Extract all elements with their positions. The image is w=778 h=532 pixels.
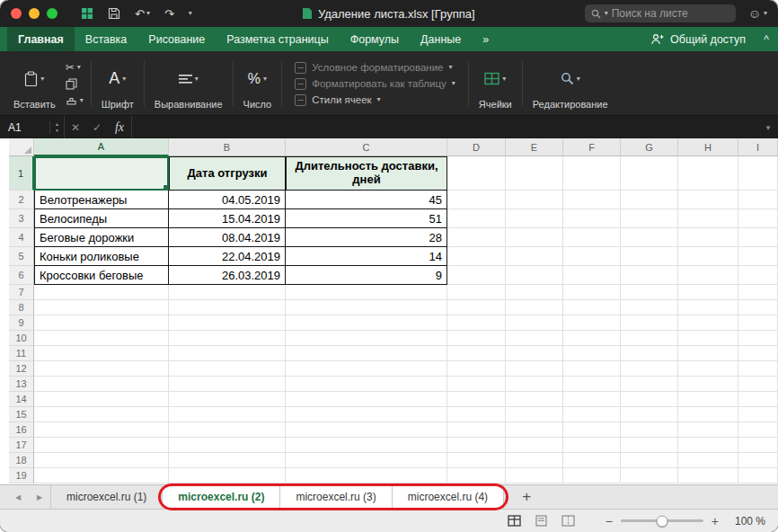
confirm-entry-icon[interactable]: ✓ (86, 116, 108, 138)
row-header-16[interactable]: 16 (9, 422, 34, 438)
cell-E16[interactable] (506, 422, 563, 438)
zoom-out-button[interactable]: − (606, 515, 613, 528)
cell-B15[interactable] (169, 407, 286, 422)
cell-A1[interactable] (34, 156, 169, 191)
cell-D10[interactable] (447, 331, 506, 346)
cell-A6[interactable]: Кроссовки беговые (34, 266, 169, 285)
format-painter-button[interactable]: ▾ (66, 94, 84, 106)
cell-D5[interactable] (447, 247, 506, 266)
cell-E18[interactable] (506, 453, 563, 468)
cell-A10[interactable] (34, 331, 169, 346)
cell-B8[interactable] (169, 300, 286, 315)
share-button[interactable]: Общий доступ (641, 27, 755, 51)
ribbon-tab-formulas[interactable]: Формулы (340, 27, 410, 51)
cell-B5[interactable]: 22.04.2019 (169, 247, 286, 266)
cell-C14[interactable] (286, 392, 447, 407)
cell-F18[interactable] (563, 453, 621, 468)
cell-C11[interactable] (286, 346, 447, 361)
cell-A19[interactable] (34, 468, 169, 483)
zoom-level[interactable]: 100 % (728, 515, 765, 528)
collapse-ribbon-icon[interactable]: ^ (755, 27, 778, 51)
cell-D4[interactable] (447, 228, 506, 247)
save-icon[interactable] (108, 7, 120, 20)
alignment-menu-button[interactable]: ▾ Выравнивание (148, 54, 229, 113)
cell-C17[interactable] (286, 438, 447, 453)
sheet-tab-3[interactable]: microexcel.ru (3) (280, 485, 392, 509)
cell-F15[interactable] (563, 407, 621, 422)
cell-E7[interactable] (506, 285, 563, 300)
cell-I18[interactable] (738, 453, 778, 468)
cell-F4[interactable] (563, 228, 621, 247)
column-header-D[interactable]: D (447, 138, 506, 156)
column-header-H[interactable]: H (678, 138, 738, 156)
cell-E2[interactable] (506, 191, 563, 209)
cell-F10[interactable] (563, 331, 621, 346)
cell-E10[interactable] (506, 331, 563, 346)
cell-A8[interactable] (34, 300, 169, 315)
cell-E15[interactable] (506, 407, 563, 422)
cell-I7[interactable] (738, 285, 778, 300)
column-header-C[interactable]: C (286, 138, 447, 156)
cell-C7[interactable] (286, 285, 447, 300)
row-header-6[interactable]: 6 (9, 266, 34, 285)
ribbon-tab-home[interactable]: Главная (7, 27, 75, 51)
cell-G8[interactable] (621, 300, 678, 315)
cell-G11[interactable] (621, 346, 678, 361)
cell-D6[interactable] (447, 266, 506, 285)
cell-G10[interactable] (621, 331, 678, 346)
conditional-formatting-button[interactable]: Условное форматирование ▾ (295, 62, 455, 74)
cell-B18[interactable] (169, 453, 286, 468)
row-header-8[interactable]: 8 (9, 300, 34, 315)
cell-A2[interactable]: Велотренажеры (34, 191, 169, 209)
cell-D12[interactable] (447, 361, 506, 377)
cell-B14[interactable] (169, 392, 286, 407)
cell-H3[interactable] (678, 209, 738, 228)
cell-F3[interactable] (563, 209, 621, 228)
cell-B11[interactable] (169, 346, 286, 361)
sheet-nav-right-icon[interactable]: ▶ (29, 485, 50, 509)
cell-C15[interactable] (286, 407, 447, 422)
insert-function-icon[interactable]: fx (108, 116, 131, 138)
feedback-smiley-icon[interactable]: ☺▾ (748, 6, 767, 21)
editing-menu-button[interactable]: ▾ Редактирование (526, 54, 614, 113)
cell-G12[interactable] (621, 361, 678, 377)
cell-I5[interactable] (738, 247, 778, 266)
cell-E6[interactable] (506, 266, 563, 285)
cell-C10[interactable] (286, 331, 447, 346)
cell-F9[interactable] (563, 315, 621, 331)
cell-I13[interactable] (738, 377, 778, 392)
cell-A3[interactable]: Велосипеды (34, 209, 169, 228)
cell-I1[interactable] (738, 156, 778, 191)
cell-C1[interactable]: Длительность доставки, дней (286, 156, 447, 191)
cell-B7[interactable] (169, 285, 286, 300)
cells-menu-button[interactable]: ▾ Ячейки (473, 54, 518, 113)
cell-H17[interactable] (678, 438, 738, 453)
cell-H14[interactable] (678, 392, 738, 407)
cell-E14[interactable] (506, 392, 563, 407)
cell-E12[interactable] (506, 361, 563, 377)
column-header-A[interactable]: A (34, 138, 169, 156)
sheet-tab-1[interactable]: microexcel.ru (1) (50, 485, 163, 509)
sheet-nav-left-icon[interactable]: ◀ (7, 485, 29, 509)
formula-input[interactable] (131, 116, 758, 138)
ribbon-tab-data[interactable]: Данные (410, 27, 472, 51)
cell-E4[interactable] (506, 228, 563, 247)
row-header-2[interactable]: 2 (9, 191, 34, 209)
cell-F7[interactable] (563, 285, 621, 300)
cell-B10[interactable] (169, 331, 286, 346)
page-layout-view-icon[interactable] (535, 515, 548, 527)
cell-A16[interactable] (34, 422, 169, 438)
cell-C4[interactable]: 28 (286, 228, 447, 247)
undo-icon[interactable]: ↶▾ (135, 7, 150, 21)
cell-I8[interactable] (738, 300, 778, 315)
cell-B6[interactable]: 26.03.2019 (169, 266, 286, 285)
font-menu-button[interactable]: A▾ Шрифт (95, 54, 140, 113)
cell-C9[interactable] (286, 315, 447, 331)
cell-F14[interactable] (563, 392, 621, 407)
cell-F17[interactable] (563, 438, 621, 453)
cell-A17[interactable] (34, 438, 169, 453)
cell-A12[interactable] (34, 361, 169, 377)
column-header-I[interactable]: I (738, 138, 778, 156)
cell-H12[interactable] (678, 361, 738, 377)
fullscreen-window-button[interactable] (47, 8, 57, 19)
